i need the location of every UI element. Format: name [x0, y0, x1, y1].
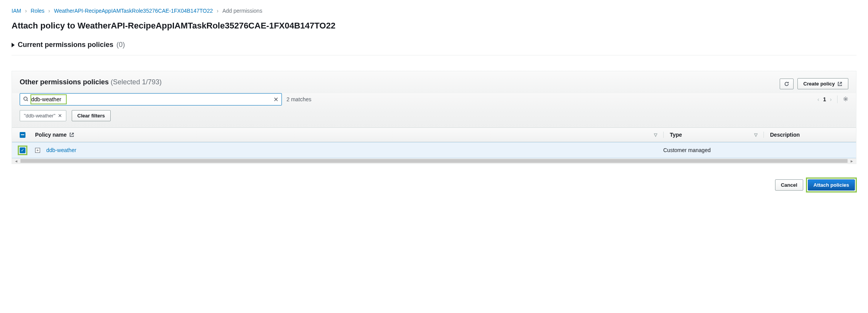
pager-page: 1	[823, 96, 826, 102]
col-header-name[interactable]: Policy name	[35, 132, 67, 138]
settings-button[interactable]	[843, 96, 848, 103]
attach-policies-button[interactable]: Attach policies	[808, 179, 855, 191]
policy-name-link[interactable]: ddb-weather	[46, 147, 76, 153]
col-header-type[interactable]: Type	[670, 132, 682, 138]
breadcrumb-iam[interactable]: IAM	[12, 8, 21, 14]
remove-chip-icon[interactable]: ✕	[58, 113, 62, 119]
match-count: 2 matches	[287, 96, 312, 102]
other-permissions-panel: Other permissions policies (Selected 1/7…	[12, 71, 856, 164]
filter-chip[interactable]: "ddb-weather" ✕	[20, 110, 66, 121]
caret-right-icon	[12, 43, 15, 47]
gear-icon	[843, 96, 848, 102]
search-icon	[23, 96, 29, 103]
sort-icon[interactable]: ▽	[754, 132, 757, 137]
page-title: Attach policy to WeatherAPI-RecipeAppIAM…	[12, 21, 856, 31]
current-permissions-toggle[interactable]: Current permissions policies (0)	[12, 38, 856, 55]
pager-prev[interactable]: ‹	[817, 96, 819, 102]
refresh-icon	[784, 81, 789, 87]
clear-filters-button[interactable]: Clear filters	[72, 110, 111, 121]
horizontal-scrollbar[interactable]: ◄ ►	[12, 158, 856, 164]
sort-icon[interactable]: ▽	[654, 132, 657, 137]
chevron-right-icon: ›	[25, 8, 27, 14]
create-policy-button[interactable]: Create policy	[797, 78, 848, 89]
external-link-icon	[69, 132, 74, 137]
breadcrumb-current: Add permissions	[222, 8, 263, 14]
current-permissions-count: (0)	[116, 41, 125, 49]
chevron-right-icon: ›	[48, 8, 50, 14]
search-input[interactable]	[31, 95, 66, 104]
table-header: Policy name ▽ Type ▽ Description	[12, 128, 856, 142]
other-permissions-title: Other permissions policies (Selected 1/7…	[20, 78, 162, 86]
svg-point-0	[24, 97, 27, 100]
svg-point-1	[845, 98, 846, 100]
pager-next[interactable]: ›	[830, 96, 832, 102]
table-row[interactable]: ✓ + ddb-weather Customer managed	[12, 142, 856, 158]
other-permissions-selected: (Selected 1/793)	[111, 78, 162, 86]
footer-actions: Cancel Attach policies	[12, 179, 856, 191]
create-policy-label: Create policy	[803, 81, 835, 87]
policy-type: Customer managed	[663, 147, 764, 153]
refresh-button[interactable]	[780, 79, 794, 89]
search-input-wrap[interactable]: ✕	[20, 93, 282, 105]
clear-search-icon[interactable]: ✕	[273, 96, 278, 103]
breadcrumb-roles[interactable]: Roles	[31, 8, 45, 14]
cancel-button[interactable]: Cancel	[775, 179, 803, 191]
scroll-right-icon[interactable]: ►	[848, 159, 855, 163]
filter-chip-label: "ddb-weather"	[24, 113, 56, 119]
expand-row-icon[interactable]: +	[35, 148, 40, 153]
pager: ‹ 1 ›	[817, 95, 848, 103]
chevron-right-icon: ›	[217, 8, 219, 14]
row-checkbox[interactable]: ✓	[20, 147, 25, 153]
breadcrumb: IAM › Roles › WeatherAPI-RecipeAppIAMTas…	[12, 8, 856, 14]
select-all-checkbox[interactable]	[20, 132, 25, 138]
scroll-left-icon[interactable]: ◄	[13, 159, 20, 163]
other-permissions-label: Other permissions policies	[20, 78, 109, 86]
scrollbar-thumb[interactable]	[20, 159, 848, 163]
breadcrumb-role-name[interactable]: WeatherAPI-RecipeAppIAMTaskRole35276CAE-…	[54, 8, 213, 14]
col-header-desc[interactable]: Description	[770, 132, 800, 138]
external-link-icon	[837, 81, 843, 87]
current-permissions-label: Current permissions policies	[18, 41, 113, 49]
